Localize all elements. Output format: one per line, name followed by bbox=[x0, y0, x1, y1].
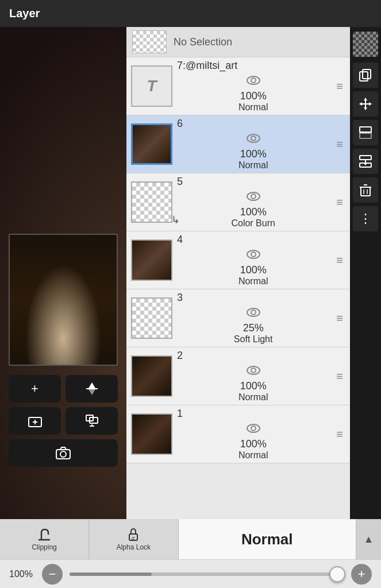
layer-7-info: 7:@miltsi_art 100% Normal bbox=[172, 60, 334, 113]
add-icon: + bbox=[31, 381, 39, 396]
layer-7-name: 7:@miltsi_art bbox=[177, 60, 237, 72]
layer-2-visibility[interactable] bbox=[246, 364, 261, 379]
layer-7-visibility[interactable] bbox=[246, 74, 261, 89]
merge-icon bbox=[84, 413, 100, 429]
layer-5-thumb bbox=[131, 181, 172, 223]
merge-down-icon bbox=[358, 154, 373, 169]
merge-down-button[interactable] bbox=[353, 149, 378, 174]
clipping-label: Clipping bbox=[32, 543, 56, 551]
layer-row[interactable]: 1 100% Normal ≡ bbox=[126, 405, 350, 463]
layer-5-blend: Color Burn bbox=[231, 218, 275, 229]
svg-rect-32 bbox=[360, 127, 371, 132]
camera-icon bbox=[55, 445, 71, 461]
alpha-lock-icon: α bbox=[126, 527, 141, 542]
svg-rect-26 bbox=[360, 72, 368, 81]
layer-2-menu[interactable]: ≡ bbox=[334, 368, 345, 385]
layer-3-visibility[interactable] bbox=[246, 306, 261, 321]
opacity-value: 100% bbox=[9, 569, 35, 579]
layer-7-thumb: T bbox=[131, 65, 172, 107]
layer-5-opacity: 100% bbox=[240, 206, 267, 218]
more-dots-icon: ⋮ bbox=[359, 211, 372, 226]
svg-rect-35 bbox=[360, 156, 371, 160]
svg-marker-1 bbox=[88, 382, 95, 388]
chevron-up-icon: ▲ bbox=[364, 533, 374, 546]
layer-4-info: 4 100% Normal bbox=[172, 234, 334, 287]
no-selection-row[interactable]: No Selection bbox=[126, 27, 350, 57]
layer-3-name: 3 bbox=[177, 292, 183, 304]
merge-button[interactable] bbox=[66, 407, 118, 435]
layer-row[interactable]: T 7:@miltsi_art 100% Normal ≡ bbox=[126, 57, 350, 115]
opacity-plus-button[interactable]: + bbox=[351, 564, 372, 585]
layer-6-art bbox=[133, 125, 171, 163]
layer-list[interactable]: No Selection T 7:@miltsi_art 100% Normal… bbox=[126, 27, 350, 519]
layer-1-menu[interactable]: ≡ bbox=[334, 425, 345, 443]
svg-point-19 bbox=[251, 252, 256, 257]
flip-v-button[interactable] bbox=[353, 120, 378, 145]
layer-2-blend: Normal bbox=[238, 392, 268, 403]
more-options-button[interactable]: ⋮ bbox=[353, 206, 378, 231]
svg-marker-29 bbox=[364, 107, 367, 110]
layer-2-thumb bbox=[131, 355, 172, 397]
layer-6-visibility[interactable] bbox=[246, 132, 261, 147]
opacity-slider-fill bbox=[70, 572, 152, 576]
layer-2-name: 2 bbox=[177, 350, 183, 362]
svg-point-15 bbox=[251, 136, 256, 141]
move-icon bbox=[358, 96, 373, 111]
flip-button[interactable] bbox=[66, 375, 118, 403]
add-group-button[interactable] bbox=[9, 407, 61, 435]
svg-marker-2 bbox=[88, 389, 95, 395]
layer-4-opacity: 100% bbox=[240, 264, 267, 276]
layer-3-menu[interactable]: ≡ bbox=[334, 310, 345, 327]
svg-rect-33 bbox=[360, 133, 371, 138]
layer-1-visibility[interactable] bbox=[246, 422, 261, 437]
layer-3-info: 3 25% Soft Light bbox=[172, 292, 334, 345]
layer-row[interactable]: 4 100% Normal ≡ bbox=[126, 231, 350, 289]
layer-4-visibility[interactable] bbox=[246, 248, 261, 263]
svg-rect-27 bbox=[363, 69, 371, 79]
add-group-icon bbox=[27, 413, 43, 429]
panel-title: Layer bbox=[9, 7, 40, 20]
blend-mode-expand-button[interactable]: ▲ bbox=[356, 519, 381, 559]
main-content: + bbox=[0, 27, 381, 519]
layer-6-menu[interactable]: ≡ bbox=[334, 136, 345, 153]
clipping-icon bbox=[37, 527, 52, 542]
right-toolbar: ⋮ bbox=[350, 27, 381, 519]
opacity-slider-knob[interactable] bbox=[329, 566, 345, 582]
svg-marker-30 bbox=[359, 102, 362, 106]
delete-button[interactable] bbox=[353, 177, 378, 203]
opacity-minus-button[interactable]: − bbox=[42, 564, 63, 585]
no-selection-thumb bbox=[132, 30, 167, 53]
flip-icon bbox=[84, 381, 100, 397]
layer-1-name: 1 bbox=[177, 408, 183, 420]
layer-1-art bbox=[132, 415, 171, 454]
bottom-bar: Clipping α Alpha Lock Normal ▲ bbox=[0, 519, 381, 559]
copy-paste-button[interactable] bbox=[353, 63, 378, 88]
blend-mode-label: Normal bbox=[241, 531, 293, 548]
checkerboard-button[interactable] bbox=[353, 32, 378, 57]
layer-7-text-icon: T bbox=[132, 67, 171, 106]
layer-row[interactable]: 2 100% Normal ≡ bbox=[126, 347, 350, 405]
layer-4-menu[interactable]: ≡ bbox=[334, 252, 345, 269]
title-bar: Layer bbox=[0, 0, 381, 27]
layer-row[interactable]: 3 25% Soft Light ≡ bbox=[126, 289, 350, 347]
preview-figures bbox=[10, 235, 117, 365]
layer-panel: Layer + bbox=[0, 0, 381, 588]
clipping-button[interactable]: Clipping bbox=[0, 519, 89, 559]
blend-mode-button[interactable]: Normal bbox=[179, 519, 356, 559]
layer-row[interactable]: 5 100% Color Burn ≡ ↳ bbox=[126, 173, 350, 231]
camera-button[interactable] bbox=[9, 439, 118, 467]
svg-point-21 bbox=[251, 310, 256, 315]
layer-5-visibility[interactable] bbox=[246, 190, 261, 205]
svg-marker-28 bbox=[364, 98, 367, 100]
add-layer-button[interactable]: + bbox=[9, 375, 61, 403]
move-button[interactable] bbox=[353, 91, 378, 117]
layer-7-menu[interactable]: ≡ bbox=[334, 78, 345, 95]
alpha-lock-button[interactable]: α Alpha Lock bbox=[89, 519, 178, 559]
layer-row[interactable]: 6 100% Normal ≡ bbox=[126, 115, 350, 173]
svg-point-13 bbox=[251, 78, 256, 83]
layer-5-name: 5 bbox=[177, 176, 183, 188]
no-selection-label: No Selection bbox=[174, 36, 232, 48]
layer-5-menu[interactable]: ≡ bbox=[334, 194, 345, 211]
svg-text:α: α bbox=[132, 535, 135, 541]
copy-paste-icon bbox=[358, 68, 373, 83]
